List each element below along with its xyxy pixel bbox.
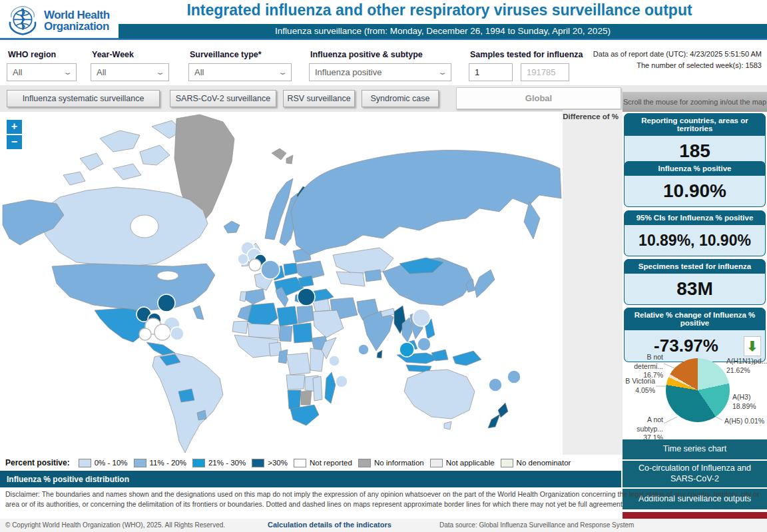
chevron-down-icon: ⌄ (155, 68, 165, 77)
legend-label: Not applicable (446, 459, 495, 467)
kpi-title: 95% CIs for Influenza % positive (624, 210, 766, 225)
difference-column-header: Difference of % (563, 113, 619, 121)
datasource-text: Data source: Global Influenza Surveillan… (439, 521, 634, 529)
tab-rsv[interactable]: RSV surveillance (283, 90, 355, 107)
header: World Health Organization Integrated inf… (0, 0, 767, 40)
pie-label: B not determi... (623, 353, 663, 371)
legend-label: No information (374, 459, 424, 467)
surveillance-banner: Influenza surveillance (from: Monday, De… (119, 24, 767, 39)
pie-label: A(H1N1)pd... (726, 357, 767, 366)
global-button[interactable]: Global (456, 87, 621, 109)
pie-label: A not subtyp... (623, 415, 663, 433)
legend-swatch (134, 459, 146, 467)
kpi-influenza-positive: Influenza % positive 10.90% (624, 161, 766, 207)
pie-label: A(H3) (732, 393, 756, 402)
who-emblem-icon (5, 5, 40, 37)
page-title: Integrated influenza and other respirato… (120, 1, 759, 24)
map-panel: + − (0, 112, 563, 455)
pie-label: A(H5) 0.01% (724, 417, 764, 426)
kpi-confidence-interval: 95% CIs for Influenza % positive 10.89%,… (624, 210, 766, 256)
legend-label: 0% - 10% (95, 459, 128, 467)
calculation-details-link[interactable]: Calculation details of the indicators (268, 521, 391, 529)
map-scroll-hint: Scroll the mouse for zooming in/out the … (623, 92, 767, 112)
chevron-down-icon: ⌄ (63, 68, 73, 77)
legend-swatch (294, 459, 306, 467)
footer: © Copyright World Health Organization (W… (0, 519, 767, 532)
filter-bar: WHO region All⌄ Year-Week All⌄ Surveilla… (0, 42, 767, 85)
pie-label: B Victoria (625, 377, 655, 386)
selected-weeks: The number of selected week(s): 1583 (549, 60, 762, 71)
tab-sars-cov-2[interactable]: SARS-CoV-2 surveillance (170, 90, 276, 107)
tab-syndromic[interactable]: Syndromic case (362, 90, 439, 107)
pie-chart[interactable] (666, 358, 730, 422)
logo-line2: Organization (44, 21, 110, 32)
pie-pct: 21.62% (726, 366, 767, 376)
chevron-down-icon: ⌄ (437, 68, 447, 77)
kpi-title: Reporting countries, areas or territorie… (624, 113, 766, 136)
legend-swatch (430, 459, 443, 467)
map-legend: Percent positive: 0% - 10% 11% - 20% 21%… (0, 455, 621, 471)
pie-pct: 4.05% (625, 386, 655, 396)
influenza-positive-dropdown[interactable]: Influenza positive⌄ (309, 63, 451, 81)
who-region-label: WHO region (8, 50, 56, 59)
map-zoom-out-button[interactable]: − (7, 135, 22, 149)
report-date: Data as of report date (UTC): 4/23/2025 … (549, 49, 762, 60)
legend-label: Not reported (310, 459, 352, 467)
legend-label: No denominator (517, 459, 571, 467)
kpi-specimens-tested: Specimens tested for influenza 83M (624, 259, 766, 305)
kpi-value: 10.90% (624, 176, 766, 207)
subtype-pie-chart: B not determi... 16.7% B Victoria 4.05% … (623, 352, 767, 438)
legend-title: Percent positive: (5, 458, 70, 467)
kpi-title: Specimens tested for influenza (624, 259, 766, 274)
legend-swatch (501, 459, 513, 467)
surveillance-type-label: Surveillance type* (190, 50, 262, 59)
year-week-dropdown[interactable]: All⌄ (91, 63, 169, 81)
world-map[interactable] (0, 112, 563, 455)
map-zoom-in-button[interactable]: + (7, 120, 22, 134)
influenza-positive-label: Influenza positive & subtype (310, 50, 423, 59)
trend-down-arrow-icon: ⬇ (747, 340, 758, 353)
kpi-value: 10.89%, 10.90% (624, 225, 766, 256)
surveillance-type-dropdown[interactable]: All⌄ (188, 63, 292, 81)
samples-min-input[interactable]: 1 (469, 63, 513, 81)
kpi-title: Relative % change of Influenza % positiv… (624, 308, 766, 330)
difference-column: Difference of % (563, 110, 623, 455)
who-region-dropdown[interactable]: All⌄ (7, 63, 77, 81)
legend-swatch (79, 459, 91, 467)
who-logo: World Health Organization (5, 4, 119, 37)
right-panel: Scroll the mouse for zooming in/out the … (623, 92, 767, 532)
legend-label: 21% - 30% (208, 459, 246, 467)
pie-pct: 18.89% (732, 402, 756, 411)
legend-label: 11% - 20% (150, 459, 186, 467)
kpi-value: 83M (624, 274, 766, 305)
kpi-title: Influenza % positive (624, 161, 766, 176)
chevron-down-icon: ⌄ (278, 68, 288, 77)
legend-label: >30% (268, 459, 288, 467)
year-week-label: Year-Week (92, 50, 134, 59)
distribution-section-header[interactable]: Influenza % positive distribution (0, 471, 621, 487)
legend-swatch (192, 459, 205, 467)
cocirculation-button[interactable]: Co-circulation of Influenza and SARS-CoV… (623, 461, 767, 487)
tab-influenza-systematic[interactable]: Influenza systematic surveillance (7, 90, 160, 107)
legend-swatch (358, 459, 371, 467)
copyright-text: © Copyright World Health Organization (W… (5, 521, 225, 529)
legend-swatch (252, 459, 264, 467)
logo-line1: World Health (44, 9, 110, 21)
time-series-chart-button[interactable]: Time series chart (623, 439, 767, 459)
kpi-reporting-countries: Reporting countries, areas or territorie… (624, 113, 766, 167)
map-disclaimer: Disclaimer: The boundaries and names sho… (5, 489, 762, 509)
